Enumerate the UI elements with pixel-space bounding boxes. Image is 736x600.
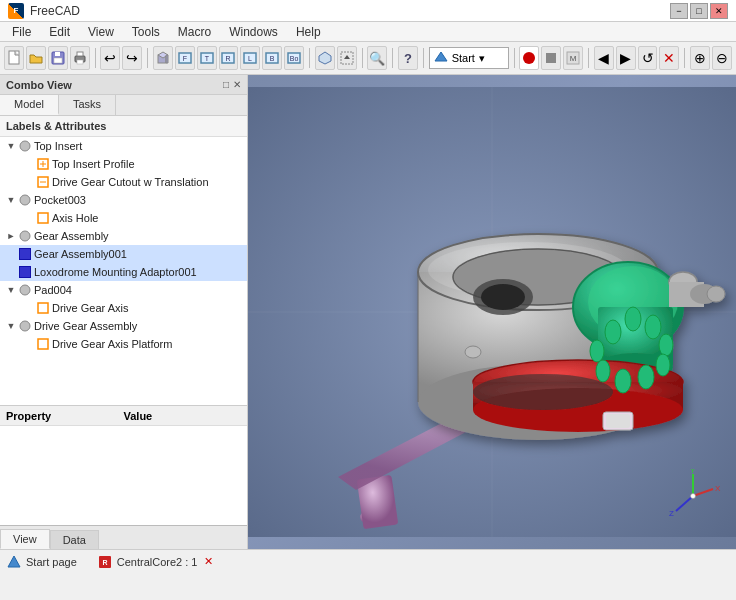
svg-point-76 (638, 365, 654, 389)
toolbar-separator-3 (309, 48, 310, 68)
tree-arrow-pocket003: ▼ (4, 193, 18, 207)
svg-point-75 (656, 354, 670, 376)
svg-text:M: M (570, 54, 577, 63)
view-fit-button[interactable] (337, 46, 357, 70)
status-centralcore[interactable]: R CentralCore2 : 1 ✕ (97, 554, 214, 570)
combo-float-btn[interactable]: □ (223, 79, 229, 90)
tree-item-loxodrome[interactable]: Loxodrome Mounting Adaptor001 (0, 263, 247, 281)
tree-item-top-insert[interactable]: ▼ Top Insert (0, 137, 247, 155)
record-button[interactable] (519, 46, 539, 70)
stop-button[interactable] (541, 46, 561, 70)
minimize-button[interactable]: − (670, 3, 688, 19)
tab-data[interactable]: Data (50, 530, 99, 549)
tree-icon-drive-gear-axis-platform (36, 337, 50, 351)
menu-help[interactable]: Help (288, 23, 329, 41)
tree-label-pad004: Pad004 (34, 284, 72, 296)
tree-item-drive-gear-assembly[interactable]: ▼ Drive Gear Assembly (0, 317, 247, 335)
svg-point-40 (20, 321, 30, 331)
title-bar-left: F FreeCAD (8, 3, 80, 19)
svg-point-38 (20, 285, 30, 295)
svg-text:Y: Y (690, 469, 696, 475)
svg-line-87 (676, 496, 693, 511)
tree-icon-gear-assembly (18, 229, 32, 243)
combo-view-controls[interactable]: □ ✕ (223, 79, 241, 90)
toolbar-row-1: ↩ ↪ F T R L B Bo 🔍 (4, 44, 732, 72)
close-button[interactable]: ✕ (710, 3, 728, 19)
menu-tools[interactable]: Tools (124, 23, 168, 41)
bottom-tabs: View Data (0, 525, 247, 549)
axis-indicator: X Y Z (666, 469, 716, 519)
view-back-button[interactable]: B (262, 46, 282, 70)
expand-button[interactable]: ⊕ (690, 46, 710, 70)
view-right-button[interactable]: R (219, 46, 239, 70)
svg-point-79 (590, 340, 604, 362)
nav-refresh-button[interactable]: ↺ (638, 46, 658, 70)
menu-macro[interactable]: Macro (170, 23, 219, 41)
svg-text:X: X (715, 484, 721, 493)
view-front-button[interactable]: F (175, 46, 195, 70)
macro-button[interactable]: M (563, 46, 583, 70)
zoom-in-button[interactable]: 🔍 (367, 46, 387, 70)
tree-arrow-placeholder-1 (22, 157, 36, 171)
redo-button[interactable]: ↪ (122, 46, 142, 70)
menu-view[interactable]: View (80, 23, 122, 41)
view-3d-button[interactable] (153, 46, 173, 70)
workbench-dropdown[interactable]: Start ▾ (429, 47, 509, 69)
tree-content: ▼ Top Insert Top Insert Profile (0, 137, 247, 405)
centralcore-icon: R (97, 554, 113, 570)
save-file-button[interactable] (48, 46, 68, 70)
tree-arrow-placeholder-2 (22, 175, 36, 189)
undo-button[interactable]: ↩ (100, 46, 120, 70)
workbench-arrow: ▾ (479, 52, 485, 65)
view-bottom-button[interactable]: Bo (284, 46, 304, 70)
tree-arrow-top-insert: ▼ (4, 139, 18, 153)
nav-right-button[interactable]: ▶ (616, 46, 636, 70)
tree-item-pocket003[interactable]: ▼ Pocket003 (0, 191, 247, 209)
tree-label-loxodrome: Loxodrome Mounting Adaptor001 (34, 266, 197, 278)
menu-file[interactable]: File (4, 23, 39, 41)
svg-text:F: F (183, 55, 187, 62)
status-start-page[interactable]: Start page (6, 554, 77, 570)
viewport-3d[interactable]: X Y Z (248, 75, 736, 549)
tree-item-drive-gear-axis-platform[interactable]: Drive Gear Axis Platform (0, 335, 247, 353)
tree-item-axis-hole[interactable]: Axis Hole (0, 209, 247, 227)
collapse-button[interactable]: ⊖ (712, 46, 732, 70)
menu-edit[interactable]: Edit (41, 23, 78, 41)
centralcore-close-btn[interactable]: ✕ (204, 555, 213, 568)
tree-icon-gear-assembly001 (18, 247, 32, 261)
svg-point-37 (20, 231, 30, 241)
tree-item-drive-gear-axis[interactable]: Drive Gear Axis (0, 299, 247, 317)
nav-left-button[interactable]: ◀ (594, 46, 614, 70)
print-button[interactable] (70, 46, 90, 70)
svg-rect-39 (38, 303, 48, 313)
svg-rect-41 (38, 339, 48, 349)
app-title: FreeCAD (30, 4, 80, 18)
tree-item-drive-gear-cutout[interactable]: Drive Gear Cutout w Translation (0, 173, 247, 191)
tree-icon-drive-gear-axis (36, 301, 50, 315)
view-isometric-button[interactable] (315, 46, 335, 70)
tab-view[interactable]: View (0, 529, 50, 549)
toolbar-separator-1 (95, 48, 96, 68)
combo-close-btn[interactable]: ✕ (233, 79, 241, 90)
new-file-button[interactable] (4, 46, 24, 70)
help-button[interactable]: ? (398, 46, 418, 70)
view-left-button[interactable]: L (240, 46, 260, 70)
window-controls[interactable]: − □ ✕ (670, 3, 728, 19)
tab-tasks[interactable]: Tasks (59, 95, 116, 115)
svg-point-29 (20, 141, 30, 151)
combo-view-title: Combo View (6, 79, 72, 91)
tab-model[interactable]: Model (0, 95, 59, 115)
tree-header: Labels & Attributes (0, 116, 247, 137)
toolbar-separator-4 (362, 48, 363, 68)
tree-item-gear-assembly001[interactable]: Gear Assembly001 (0, 245, 247, 263)
menu-windows[interactable]: Windows (221, 23, 286, 41)
tree-item-pad004[interactable]: ▼ Pad004 (0, 281, 247, 299)
tree-item-gear-assembly[interactable]: ► Gear Assembly (0, 227, 247, 245)
tree-item-top-insert-profile[interactable]: Top Insert Profile (0, 155, 247, 173)
svg-text:L: L (248, 55, 252, 62)
tree-icon-pocket003 (18, 193, 32, 207)
open-file-button[interactable] (26, 46, 46, 70)
view-top-button[interactable]: T (197, 46, 217, 70)
maximize-button[interactable]: □ (690, 3, 708, 19)
nav-stop-button[interactable]: ✕ (659, 46, 679, 70)
